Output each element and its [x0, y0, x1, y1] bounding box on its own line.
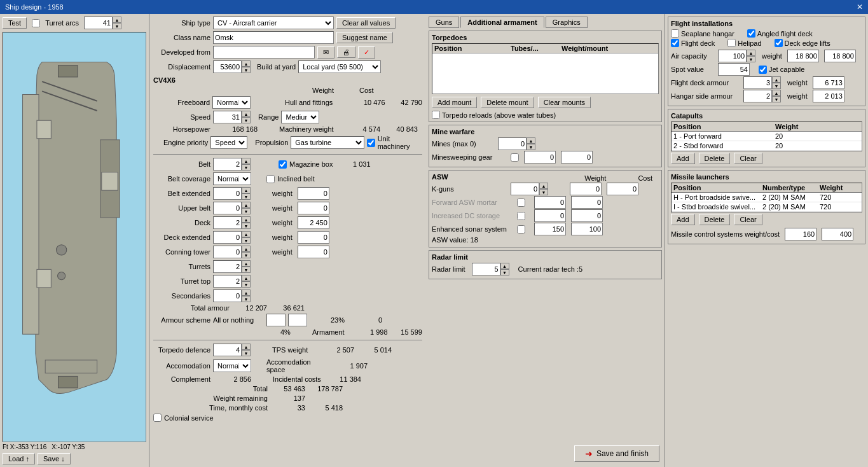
- hsa-down[interactable]: ▼: [772, 96, 781, 102]
- flight-deck-checkbox[interactable]: [671, 39, 679, 47]
- developed-from-input[interactable]: [213, 46, 315, 59]
- deck-down[interactable]: ▼: [242, 223, 251, 229]
- belt-coverage-select[interactable]: Normal: [213, 172, 251, 185]
- speed-input[interactable]: [213, 111, 242, 123]
- belt-extended-weight[interactable]: [298, 187, 329, 200]
- cat-add-button[interactable]: Add: [671, 153, 695, 164]
- magazine-box-checkbox[interactable]: [279, 160, 287, 169]
- deck-input[interactable]: [213, 216, 242, 229]
- minesweeping-cost[interactable]: [561, 151, 593, 164]
- enhanced-sonar-weight[interactable]: [534, 223, 566, 235]
- displacement-up[interactable]: ▲: [242, 60, 251, 67]
- cat-clear-button[interactable]: Clear: [734, 153, 762, 164]
- belt-extended-down[interactable]: ▼: [242, 193, 251, 200]
- torpedo-defence-down[interactable]: ▼: [242, 350, 251, 356]
- air-capacity-up[interactable]: ▲: [747, 50, 755, 56]
- radar-input[interactable]: [472, 263, 500, 275]
- missile-delete-button[interactable]: Delete: [699, 214, 731, 225]
- freeboard-select[interactable]: Normal: [212, 96, 251, 109]
- engine-priority-select[interactable]: Speed: [210, 136, 247, 149]
- belt-spinner[interactable]: ▲ ▼: [213, 158, 251, 171]
- speed-down[interactable]: ▼: [242, 117, 251, 123]
- turret-arcs-spinner[interactable]: 41 ▲ ▼: [84, 17, 121, 29]
- turrets-up[interactable]: ▲: [242, 260, 251, 267]
- turret-top-down[interactable]: ▼: [242, 281, 251, 288]
- cat-delete-button[interactable]: Delete: [699, 153, 731, 164]
- turret-top-input[interactable]: [213, 275, 242, 288]
- kguns-input[interactable]: [511, 183, 539, 195]
- fda-weight-input[interactable]: [813, 76, 844, 89]
- email-icon-btn[interactable]: ✉: [317, 46, 334, 59]
- enhanced-sonar-checkbox[interactable]: [517, 225, 525, 234]
- deck-extended-down[interactable]: ▼: [242, 237, 251, 244]
- torpedo-defence-spinner[interactable]: ▲ ▼: [213, 344, 251, 356]
- upper-belt-down[interactable]: ▼: [242, 208, 251, 214]
- tab-graphics[interactable]: Graphics: [546, 17, 588, 28]
- air-capacity-input[interactable]: [718, 50, 747, 62]
- missile-control-cost[interactable]: [822, 228, 853, 240]
- hsa-input[interactable]: [743, 90, 772, 102]
- kguns-cost[interactable]: [607, 183, 638, 195]
- seaplane-hangar-checkbox[interactable]: [671, 29, 679, 38]
- kguns-weight[interactable]: [570, 183, 602, 195]
- belt-input[interactable]: [213, 158, 242, 171]
- missile-control-weight[interactable]: [785, 228, 816, 240]
- upper-belt-up[interactable]: ▲: [242, 202, 251, 208]
- air-weight-input[interactable]: [787, 50, 819, 62]
- ship-type-select[interactable]: CV - Aircraft carrier: [213, 17, 334, 29]
- conning-tower-up[interactable]: ▲: [242, 246, 251, 252]
- enhanced-sonar-cost[interactable]: [571, 223, 603, 235]
- displacement-down[interactable]: ▼: [242, 67, 251, 73]
- belt-extended-input[interactable]: [213, 187, 242, 200]
- deck-extended-weight[interactable]: [298, 231, 329, 244]
- turrets-spinner[interactable]: ▲ ▼: [213, 260, 251, 273]
- upper-belt-input[interactable]: [213, 202, 242, 214]
- hsa-weight-input[interactable]: [813, 90, 844, 102]
- turrets-input[interactable]: [213, 260, 242, 273]
- forward-asw-weight[interactable]: [534, 196, 566, 209]
- deck-up[interactable]: ▲: [242, 216, 251, 223]
- turret-arcs-checkbox[interactable]: [32, 19, 40, 27]
- displacement-spinner[interactable]: ▲ ▼: [213, 60, 251, 73]
- kguns-spinner[interactable]: ▲ ▼: [511, 183, 548, 195]
- delete-mount-button[interactable]: Delete mount: [481, 97, 534, 108]
- turret-arcs-down[interactable]: ▼: [113, 23, 121, 29]
- test-button[interactable]: Test: [3, 17, 27, 29]
- conning-tower-down[interactable]: ▼: [242, 252, 251, 258]
- fda-spinner[interactable]: ▲ ▼: [743, 76, 781, 89]
- minesweeping-val[interactable]: [524, 151, 556, 164]
- add-mount-button[interactable]: Add mount: [432, 97, 477, 108]
- close-icon[interactable]: ✕: [857, 3, 863, 11]
- clear-all-button[interactable]: Clear all values: [336, 17, 396, 29]
- minesweeping-checkbox[interactable]: [511, 153, 519, 162]
- conning-tower-input[interactable]: [213, 246, 242, 258]
- confirm-icon-btn[interactable]: ✓: [358, 46, 375, 59]
- torpedo-defence-up[interactable]: ▲: [242, 344, 251, 350]
- range-select[interactable]: Medium: [281, 111, 319, 123]
- kguns-down[interactable]: ▼: [539, 189, 548, 195]
- fda-down[interactable]: ▼: [772, 83, 781, 89]
- helipad-checkbox[interactable]: [727, 39, 736, 47]
- increased-dc-weight[interactable]: [534, 209, 566, 222]
- kguns-up[interactable]: ▲: [539, 183, 548, 189]
- conning-tower-weight[interactable]: [298, 246, 329, 258]
- suggest-name-button[interactable]: Suggest name: [336, 32, 393, 43]
- tab-additional-armament[interactable]: Additional armament: [460, 17, 544, 28]
- missile-add-button[interactable]: Add: [671, 214, 695, 225]
- deck-edge-checkbox[interactable]: [775, 39, 783, 47]
- air-weight2-input[interactable]: [824, 50, 856, 62]
- fda-up[interactable]: ▲: [772, 76, 781, 83]
- belt-down[interactable]: ▼: [242, 164, 251, 171]
- torpedo-reloads-checkbox[interactable]: [432, 111, 440, 119]
- turret-arcs-input[interactable]: 41: [84, 17, 113, 29]
- turret-arcs-up[interactable]: ▲: [113, 17, 121, 23]
- deck-weight[interactable]: [298, 216, 329, 229]
- deck-spinner[interactable]: ▲ ▼: [213, 216, 251, 229]
- hsa-spinner[interactable]: ▲ ▼: [743, 90, 781, 102]
- turrets-down[interactable]: ▼: [242, 267, 251, 273]
- hsa-up[interactable]: ▲: [772, 90, 781, 96]
- turret-top-spinner[interactable]: ▲ ▼: [213, 275, 251, 288]
- print-icon-btn[interactable]: 🖨: [337, 46, 355, 58]
- belt-extended-up[interactable]: ▲: [242, 187, 251, 193]
- build-at-yard-select[interactable]: Local yard (59 500): [298, 60, 381, 73]
